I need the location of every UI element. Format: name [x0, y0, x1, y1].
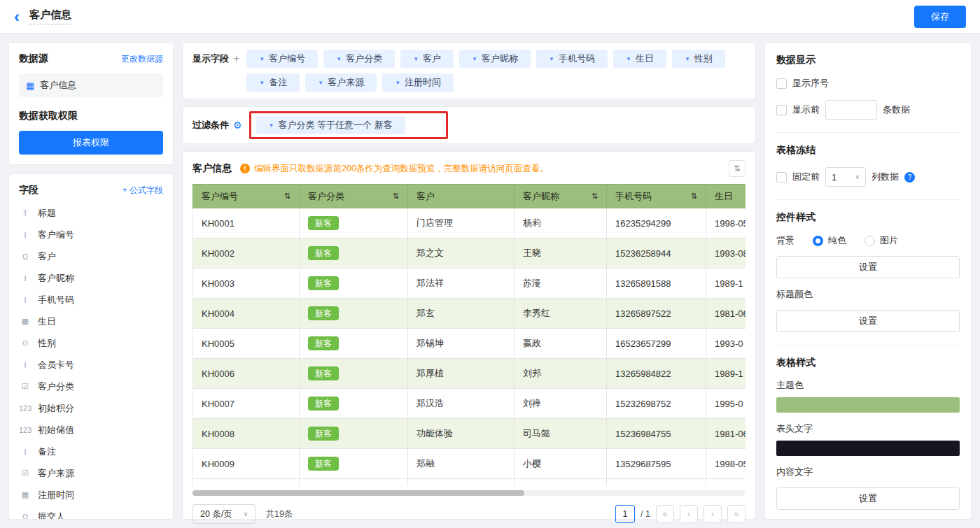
cell-nickname: 李秀红 — [514, 299, 607, 329]
horizontal-scrollbar[interactable] — [192, 490, 746, 496]
back-icon[interactable]: ‹ — [14, 8, 20, 25]
table-row: KH0005 新客 郑锡坤 嬴政 16523657299 1993-0 — [193, 329, 746, 359]
field-item[interactable]: I 客户编号 — [19, 224, 163, 245]
show-index-checkbox[interactable] — [776, 78, 787, 89]
column-header[interactable]: 客户 — [408, 185, 514, 208]
image-radio[interactable]: 图片 — [864, 234, 898, 247]
field-chip[interactable]: ▼ 客户分类 — [323, 50, 395, 68]
field-chip[interactable]: ▼ 客户 — [400, 50, 454, 68]
current-page-input[interactable]: 1 — [615, 505, 635, 523]
cell-birthday: 1989-1 — [706, 269, 746, 299]
filter-chip[interactable]: ▼ 客户分类 等于任意一个 新客 — [256, 116, 405, 134]
freeze-prefix: 固定前 — [792, 171, 820, 183]
column-header[interactable]: 生日 — [706, 185, 746, 208]
filter-label: 过滤条件 — [192, 119, 229, 131]
sort-icon[interactable]: ⇅ — [592, 192, 598, 201]
field-item[interactable]: I 手机号码 — [19, 289, 163, 311]
field-item[interactable]: ▦ 生日 — [19, 311, 163, 332]
prev-page-icon[interactable]: ‹ — [680, 505, 698, 523]
field-type-icon: T — [19, 209, 31, 217]
page-size-select[interactable]: 20 条/页 ∨ — [192, 504, 255, 524]
cell-customer-id: KH0009 — [193, 449, 300, 479]
field-chip[interactable]: ▼ 客户来源 — [305, 73, 377, 92]
title-color-set-button[interactable]: 设置 — [776, 310, 960, 332]
first-page-icon[interactable]: « — [656, 505, 674, 523]
table-icon: ▦ — [26, 80, 34, 91]
chevron-down-icon: ▼ — [269, 122, 274, 129]
chip-label: 手机号码 — [559, 52, 595, 65]
column-header[interactable]: 客户昵称 ⇅ — [514, 185, 607, 208]
field-item[interactable]: Ω 提交人 — [19, 506, 163, 520]
field-item[interactable]: 123 初始储值 — [19, 419, 163, 441]
header-text-swatch[interactable] — [776, 441, 960, 456]
content-text-set-button[interactable]: 设置 — [776, 487, 960, 510]
last-page-icon[interactable]: » — [727, 505, 746, 523]
total-pages: / 1 — [640, 509, 650, 519]
sort-icon[interactable]: ⇅ — [691, 192, 697, 201]
solid-color-radio[interactable]: 纯色 — [813, 234, 846, 247]
field-item[interactable]: ☑ 客户来源 — [19, 462, 163, 484]
field-item[interactable]: 123 初始积分 — [19, 397, 163, 419]
cell-phone: 13265984822 — [607, 359, 706, 389]
category-badge: 新客 — [308, 457, 339, 471]
sort-icon[interactable]: ⇅ — [393, 192, 399, 201]
field-chip[interactable]: ▼ 客户编号 — [246, 50, 318, 68]
theme-color-swatch[interactable] — [776, 397, 960, 413]
field-item[interactable]: I 会员卡号 — [19, 354, 163, 376]
table-row: KH0008 新客 功能体验 司马懿 15236984755 1981-06 — [193, 419, 746, 449]
cell-customer-id: KH0001 — [193, 208, 300, 238]
datasource-item[interactable]: ▦ 客户信息 — [19, 73, 163, 97]
field-item[interactable]: I 客户昵称 — [19, 267, 163, 289]
formula-field-link[interactable]: + 公式字段 — [122, 185, 163, 197]
settings-sidebar: 数据显示 显示序号 显示前 条数据 表格冻结 固定前 1 ∨ 列数据 ? 控件样… — [764, 42, 972, 520]
field-item[interactable]: I 备注 — [19, 441, 163, 462]
freeze-count-select[interactable]: 1 ∨ — [825, 167, 866, 187]
chevron-down-icon: ▼ — [336, 56, 342, 62]
cell-customer-id: KH0005 — [193, 329, 300, 359]
table-row: KH0006 新客 郑厚植 刘邦 13265984822 1989-1 — [193, 359, 746, 389]
field-chip[interactable]: ▼ 性别 — [672, 50, 725, 68]
next-page-icon[interactable]: › — [704, 505, 722, 523]
sort-order-icon[interactable]: ⇅ — [729, 160, 746, 177]
cell-customer: 郑锡坤 — [408, 329, 514, 359]
column-header[interactable]: 客户分类 ⇅ — [300, 185, 408, 208]
field-type-icon: Ω — [19, 513, 31, 520]
field-chip[interactable]: ▼ 生日 — [613, 50, 666, 68]
preview-warning: ! 编辑界面只取数据源前200条作为查询数据预览，完整数据请访问页面查看。 — [240, 163, 549, 175]
freeze-checkbox[interactable] — [776, 172, 787, 183]
field-item[interactable]: ▦ 注册时间 — [19, 484, 163, 506]
category-badge: 新客 — [308, 306, 339, 320]
field-item[interactable]: ⊙ 性别 — [19, 332, 163, 354]
help-icon[interactable]: ? — [904, 172, 915, 183]
gear-icon[interactable]: ⚙ — [233, 120, 242, 131]
background-set-button[interactable]: 设置 — [776, 256, 960, 278]
show-first-checkbox[interactable] — [776, 105, 787, 115]
cell-nickname: 小樱 — [514, 449, 607, 479]
cell-birthday: 1993-0 — [706, 329, 746, 359]
column-header[interactable]: 手机号码 ⇅ — [607, 185, 706, 208]
field-label: 生日 — [38, 315, 56, 328]
row-limit-input[interactable] — [825, 100, 877, 120]
field-chip[interactable]: ▼ 手机号码 — [536, 50, 608, 68]
cell-birthday: 1981-06 — [706, 419, 746, 449]
column-header[interactable]: 客户编号 ⇅ — [193, 185, 300, 208]
chip-label: 客户编号 — [269, 52, 305, 65]
cell-customer-id: KH0006 — [193, 359, 300, 389]
report-permission-button[interactable]: 报表权限 — [19, 131, 163, 155]
cell-phone: 13265897522 — [607, 299, 706, 329]
field-item[interactable]: T 标题 — [19, 202, 163, 224]
save-button[interactable]: 保存 — [914, 6, 966, 28]
page-title[interactable]: 客户信息 — [29, 8, 71, 24]
field-item[interactable]: Ω 客户 — [19, 245, 163, 267]
field-chip[interactable]: ▼ 备注 — [246, 73, 300, 92]
add-field-icon[interactable]: + — [233, 52, 239, 65]
field-item[interactable]: ☑ 客户分类 — [19, 376, 163, 397]
annotation-highlight: ▼ 客户分类 等于任意一个 新客 — [249, 111, 448, 139]
display-fields-label: 显示字段 — [192, 52, 229, 65]
cell-nickname: 嬴政 — [514, 329, 607, 359]
sort-icon[interactable]: ⇅ — [284, 192, 290, 201]
field-chip[interactable]: ▼ 客户昵称 — [459, 50, 531, 68]
scrollbar-thumb[interactable] — [192, 490, 524, 496]
field-chip[interactable]: ▼ 注册时间 — [382, 73, 454, 92]
change-datasource-link[interactable]: 更改数据源 — [121, 53, 163, 65]
